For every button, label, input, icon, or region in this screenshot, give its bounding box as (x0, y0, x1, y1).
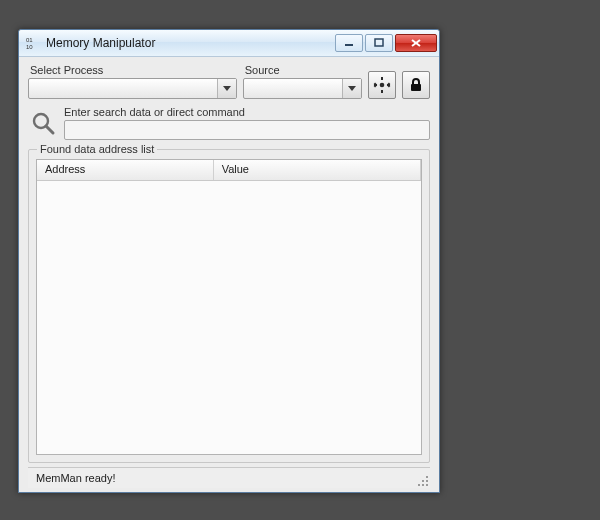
search-icon (28, 108, 58, 138)
status-text: MemMan ready! (36, 472, 115, 484)
close-icon (410, 38, 422, 48)
listview-body (37, 181, 421, 454)
binary-tweak-icon: 01 10 (25, 35, 41, 51)
close-button[interactable] (395, 34, 437, 52)
source-field: Source (243, 64, 362, 99)
listview-header: Address Value (37, 160, 421, 181)
svg-marker-7 (348, 86, 356, 91)
address-listview[interactable]: Address Value (36, 159, 422, 455)
svg-text:01: 01 (26, 37, 33, 43)
search-label: Enter search data or direct command (64, 106, 430, 118)
process-combo[interactable] (28, 78, 237, 99)
status-bar: MemMan ready! (28, 467, 430, 488)
minimize-button[interactable] (335, 34, 363, 52)
chevron-down-icon (342, 79, 361, 98)
refresh-button[interactable] (368, 71, 396, 99)
client-area: Select Process Source (19, 57, 439, 492)
svg-marker-6 (223, 86, 231, 91)
lock-icon (408, 77, 424, 93)
maximize-icon (374, 38, 384, 48)
found-list-label: Found data address list (37, 143, 157, 155)
minimize-icon (344, 38, 354, 48)
maximize-button[interactable] (365, 34, 393, 52)
found-list-group: Found data address list Address Value (28, 149, 430, 463)
refresh-icon (373, 76, 391, 94)
window-title: Memory Manipulator (46, 36, 155, 50)
column-address[interactable]: Address (37, 160, 214, 180)
search-row: Enter search data or direct command (28, 106, 430, 140)
search-column: Enter search data or direct command (64, 106, 430, 140)
column-value[interactable]: Value (214, 160, 421, 180)
chevron-down-icon (217, 79, 236, 98)
svg-rect-17 (411, 84, 421, 91)
source-combo[interactable] (243, 78, 362, 99)
app-window: 01 10 Memory Manipulator Select Proces (18, 29, 440, 493)
lock-button[interactable] (402, 71, 430, 99)
svg-rect-8 (381, 77, 383, 80)
window-buttons (335, 34, 437, 52)
process-field: Select Process (28, 64, 237, 99)
svg-point-16 (380, 83, 385, 88)
resize-grip[interactable] (416, 474, 428, 486)
top-row: Select Process Source (28, 64, 430, 99)
source-label: Source (245, 64, 362, 76)
svg-text:10: 10 (26, 44, 33, 50)
svg-rect-2 (345, 44, 353, 46)
svg-rect-3 (375, 39, 383, 46)
titlebar[interactable]: 01 10 Memory Manipulator (19, 30, 439, 57)
svg-rect-9 (381, 90, 383, 93)
svg-line-19 (46, 126, 53, 133)
process-label: Select Process (30, 64, 237, 76)
search-input[interactable] (64, 120, 430, 140)
